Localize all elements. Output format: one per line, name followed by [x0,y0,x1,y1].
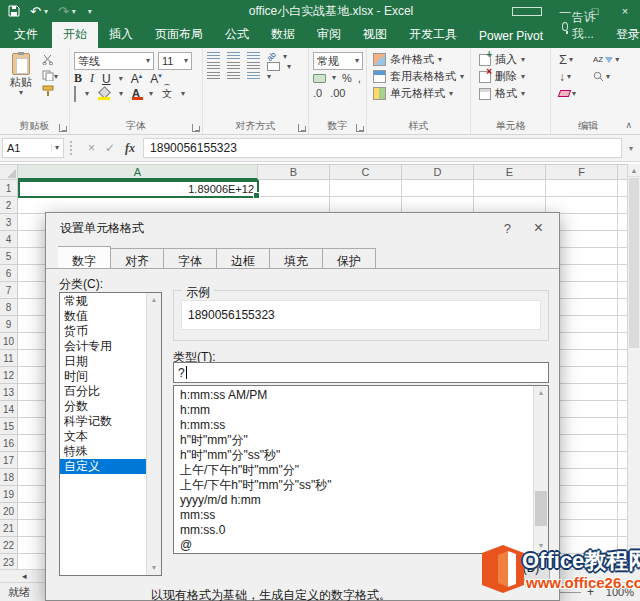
autosum-button[interactable]: Σ▾ [559,52,593,67]
active-cell-a1[interactable]: 1.89006E+12 [18,180,259,198]
dialog-tab[interactable]: 数字 [58,246,111,269]
format-item[interactable]: h:mm:ss AM/PM [174,388,532,403]
number-dialog-launcher-icon[interactable] [356,124,364,132]
ribbon-tab[interactable]: 视图 [352,22,398,48]
ribbon-tab[interactable]: 审阅 [306,22,352,48]
column-header[interactable]: F [546,164,618,180]
zoom-level[interactable]: 100% [600,586,634,598]
dialog-tab[interactable]: 填充 [270,248,323,269]
row-header[interactable]: 3 [0,214,18,231]
fill-button[interactable]: ↓▾ [559,70,593,84]
category-scrollbar[interactable]: ▲ ▼ [146,293,161,575]
row-header[interactable]: 15 [0,418,18,435]
grow-font-button[interactable]: A▴ [131,72,143,86]
scroll-down-icon[interactable]: ▼ [628,545,640,558]
ribbon-display-options-icon[interactable] [512,7,542,16]
dialog-help-icon[interactable]: ? [504,221,511,236]
category-item[interactable]: 数值 [60,309,146,324]
increase-indent-icon[interactable] [227,72,240,81]
row-header[interactable]: 13 [0,384,18,401]
format-painter-icon[interactable] [42,85,54,96]
sign-in-button[interactable]: 登录 [605,22,640,48]
ribbon-tab[interactable]: 插入 [98,22,144,48]
zoom-in-icon[interactable]: + [587,585,594,599]
format-item[interactable]: h"时"mm"分" [174,433,532,448]
category-item[interactable]: 自定义 [60,459,146,474]
align-center-icon[interactable] [227,62,240,71]
category-scroll-down-icon[interactable]: ▼ [147,561,161,575]
format-scroll-up-icon[interactable]: ▲ [534,386,548,400]
dialog-tab[interactable]: 保护 [323,248,376,269]
sheet-nav-left-icon[interactable]: ◂ [22,571,27,581]
column-header[interactable]: E [474,164,546,180]
number-format-select[interactable]: 常规▾ [313,52,363,70]
row-header[interactable]: 18 [0,469,18,486]
formula-bar-expand-icon[interactable]: ▾ [622,144,640,153]
collapse-ribbon-icon[interactable]: ∧ [625,120,632,130]
sort-filter-button[interactable]: AZ▾ [593,56,627,64]
borders-button[interactable] [74,87,76,101]
ribbon-tab[interactable]: Power Pivot [468,25,554,48]
row-header[interactable]: 22 [0,537,18,554]
row-header[interactable]: 2 [0,197,18,214]
row-header[interactable]: 21 [0,520,18,537]
conditional-formatting-button[interactable]: 条件格式▾ [373,51,468,68]
row-header[interactable]: 1 [0,180,18,197]
font-dialog-launcher-icon[interactable] [192,124,200,132]
category-item[interactable]: 日期 [60,354,146,369]
select-all-corner[interactable] [0,164,18,180]
tab-file[interactable]: 文件 [0,22,52,48]
percent-style-icon[interactable]: % [342,71,352,85]
column-header-partial[interactable] [618,164,627,180]
align-right-icon[interactable] [247,62,260,71]
bold-button[interactable]: B [74,71,82,86]
row-header[interactable]: 20 [0,503,18,520]
row-header[interactable]: 10 [0,333,18,350]
merge-center-icon[interactable] [267,62,280,71]
insert-function-icon[interactable]: fx [125,141,135,156]
wrap-text-icon[interactable] [247,72,260,81]
format-item[interactable]: h:mm [174,403,532,418]
category-scroll-up-icon[interactable]: ▲ [147,293,161,307]
underline-button[interactable]: U [102,72,111,86]
format-scrollbar[interactable]: ▲ ▼ [533,386,548,553]
format-item[interactable]: mm:ss [174,508,532,523]
ribbon-tab[interactable]: 公式 [214,22,260,48]
decrease-indent-icon[interactable] [207,72,220,81]
vertical-scrollbar-thumb[interactable] [629,178,639,348]
clear-button[interactable]: ▾ [559,90,593,98]
decrease-decimal-icon[interactable]: .00 [330,86,345,100]
cut-icon[interactable] [42,54,55,65]
phonetic-guide-icon[interactable]: 文 [162,87,172,101]
fill-color-icon[interactable] [98,88,110,100]
format-item[interactable]: mm:ss.0 [174,523,532,538]
format-item[interactable]: yyyy/m/d h:mm [174,493,532,508]
row-header[interactable]: 17 [0,452,18,469]
format-scroll-down-icon[interactable]: ▼ [534,539,548,553]
align-bottom-icon[interactable] [247,52,260,61]
underline-dropdown-icon[interactable]: ▾ [119,75,123,83]
increase-decimal-icon[interactable]: .0 [313,86,322,100]
format-item[interactable]: @ [174,538,532,553]
clipboard-dialog-launcher-icon[interactable] [59,124,67,132]
category-item[interactable]: 文本 [60,429,146,444]
align-left-icon[interactable] [207,62,220,71]
confirm-entry-icon[interactable]: ✓ [105,141,115,155]
row-header[interactable]: 11 [0,350,18,367]
scroll-up-icon[interactable]: ▲ [628,164,640,177]
tell-me-box[interactable]: 告诉我... [554,5,605,48]
qat-customize-icon[interactable]: ▾ [88,7,92,16]
format-as-table-button[interactable]: 套用表格格式▾ [373,68,468,85]
alignment-dialog-launcher-icon[interactable] [298,124,306,132]
row-header[interactable]: 16 [0,435,18,452]
format-cells-button[interactable]: 格式▾ [479,85,548,102]
delete-cells-button[interactable]: 删除▾ [479,68,548,85]
save-icon[interactable] [8,5,20,17]
ribbon-tab[interactable]: 开始 [52,22,98,48]
accounting-format-icon[interactable] [313,74,326,83]
find-select-button[interactable]: ▾ [593,71,627,82]
dialog-tab[interactable]: 字体 [164,248,217,269]
column-header[interactable]: D [402,164,474,180]
row-header[interactable]: 9 [0,316,18,333]
name-box[interactable]: A1▾ [2,138,64,158]
